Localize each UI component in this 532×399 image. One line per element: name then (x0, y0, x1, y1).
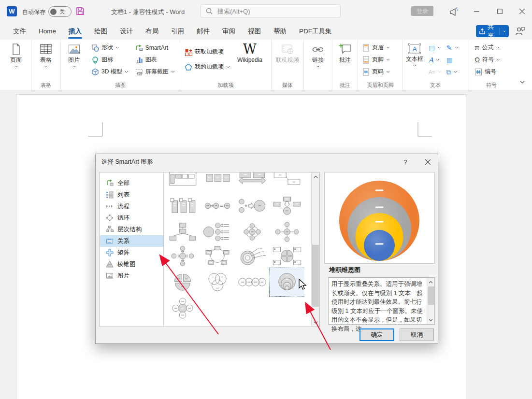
tab-布局[interactable]: 布局 (139, 23, 165, 40)
smartart-thumbnail-basic-venn[interactable] (202, 270, 233, 294)
chevron-down-icon (437, 46, 441, 49)
smartart-thumbnail-vertical-block-list[interactable] (167, 194, 198, 218)
category-全部[interactable]: 全部 (100, 177, 163, 189)
search-icon (206, 8, 213, 14)
smartart-thumbnail-equation[interactable] (202, 194, 233, 218)
smartart-thumbnail-diverging-radial[interactable] (272, 220, 302, 244)
smartart-thumbnail-counterbalance-arrows[interactable] (237, 194, 268, 218)
wordart-button[interactable]: A (427, 54, 443, 66)
scroll-down-button[interactable] (312, 318, 319, 327)
smartart-thumbnail-nondirectional-cycle[interactable] (202, 244, 233, 268)
category-循环[interactable]: 循环 (100, 212, 163, 224)
smartart-thumbnail-stacked-venn[interactable] (270, 268, 304, 296)
gallery-scrollbar[interactable] (311, 172, 319, 327)
scroll-down-button[interactable] (427, 316, 434, 324)
signature-line-button[interactable]: ✎ (445, 42, 460, 54)
scrollbar-thumb[interactable] (428, 286, 434, 305)
category-流程[interactable]: 流程 (100, 200, 163, 212)
shapes-button[interactable]: 形状 (90, 42, 130, 54)
page-number-button[interactable]: 页码 (361, 66, 391, 78)
symbol-button[interactable]: Ω符号 (473, 54, 502, 66)
get-addins-button[interactable]: 获取加载项 (183, 44, 231, 59)
scroll-up-button[interactable] (312, 172, 319, 181)
tab-审阅[interactable]: 审阅 (216, 23, 242, 40)
smartart-thumbnail-radial-cluster[interactable] (237, 244, 268, 268)
online-video-button: 联机视频 (274, 40, 301, 63)
header-button[interactable]: 页眉 (361, 42, 391, 54)
smartart-thumbnail-opposing-ideas[interactable] (272, 172, 302, 191)
tab-引用[interactable]: 引用 (165, 23, 190, 40)
category-矩阵[interactable]: 矩阵 (100, 247, 163, 258)
login-button[interactable]: 登录 (411, 6, 433, 16)
category-关系[interactable]: 关系 (100, 235, 163, 247)
picture-button[interactable]: 图片 (61, 40, 87, 68)
screenshot-button[interactable]: 屏幕截图 (134, 66, 176, 78)
group-label-addins: 加载项 (180, 81, 271, 90)
smartart-thumbnail-opposing-forces[interactable] (272, 244, 302, 268)
smartart-thumbnail-accent-block-list[interactable] (202, 172, 233, 191)
smartart-thumbnail-radial-venn[interactable] (167, 296, 198, 320)
category-棱锥图[interactable]: 棱锥图 (100, 258, 163, 270)
category-图片[interactable]: 图片 (100, 270, 163, 282)
smartart-thumbnail-organization-chart[interactable] (167, 220, 198, 244)
wikipedia-button[interactable]: W Wikipedia (232, 40, 267, 63)
smartart-thumbnail-radial-list[interactable] (202, 220, 233, 244)
cancel-button[interactable]: 取消 (400, 328, 434, 341)
tab-Home[interactable]: Home (32, 23, 62, 40)
preview-description-box: 用于显示重叠关系。适用于强调增长或渐变。仅在与级别 1 文本一起使用时才能达到最… (328, 277, 435, 325)
tab-插入[interactable]: 插入 (62, 23, 88, 40)
search-box[interactable] (201, 4, 341, 18)
tab-绘图[interactable]: 绘图 (88, 23, 114, 40)
collapse-ribbon-button[interactable] (516, 77, 529, 87)
dialog-title: 选择 SmartArt 图形 (101, 158, 153, 166)
tab-帮助[interactable]: 帮助 (267, 23, 293, 40)
ok-button[interactable]: 确定 (359, 328, 394, 341)
person-comment-icon[interactable] (515, 26, 526, 36)
category-列表[interactable]: 列表 (100, 189, 163, 200)
scroll-up-button[interactable] (427, 278, 434, 286)
tab-视图[interactable]: 视图 (242, 23, 267, 40)
category-label: 关系 (117, 237, 129, 245)
date-time-button[interactable]: ▦ (445, 54, 460, 66)
tab-设计[interactable]: 设计 (114, 23, 139, 40)
dialog-close-button[interactable] (420, 157, 435, 167)
tab-PDF工具集[interactable]: PDF工具集 (293, 23, 338, 40)
category-层次结构[interactable]: 层次结构 (100, 224, 163, 235)
numbering-button[interactable]: 编号 (473, 66, 502, 78)
scrollbar-thumb[interactable] (312, 245, 319, 307)
smartart-thumbnail-segmented-pie[interactable] (167, 270, 198, 294)
pages-button[interactable]: 页面 (3, 40, 29, 68)
feedback-megaphone-icon[interactable] (448, 6, 459, 17)
chart-button[interactable]: 图表 (134, 54, 176, 66)
share-button[interactable]: 共享 (476, 25, 509, 37)
object-button[interactable]: ⧉ (445, 66, 460, 78)
table-button[interactable]: 表格 (33, 40, 59, 68)
footer-button[interactable]: 页脚 (361, 54, 391, 66)
my-addins-button[interactable]: 我的加载项 (183, 59, 231, 74)
tab-文件[interactable]: 文件 (7, 23, 32, 40)
save-icon[interactable] (75, 6, 85, 16)
smartart-thumbnail-basic-radial[interactable] (237, 220, 268, 244)
comment-button[interactable]: 批注 (332, 40, 358, 63)
smartart-thumbnail-arrow-ribbon[interactable] (237, 172, 268, 191)
smartart-thumbnail-grouped-list[interactable] (167, 172, 198, 191)
maximize-button[interactable] (489, 0, 511, 23)
icons-button[interactable]: 图标 (90, 54, 130, 66)
tab-邮件[interactable]: 邮件 (190, 23, 216, 40)
description-scrollbar[interactable] (427, 278, 434, 324)
equation-button[interactable]: π公式 (473, 42, 502, 54)
textbox-button[interactable]: A 文本框 (403, 40, 426, 67)
link-button[interactable]: 链接 (305, 40, 331, 68)
close-button[interactable] (511, 0, 532, 23)
quick-parts-button[interactable]: ▤ (427, 42, 443, 54)
minimize-button[interactable] (465, 0, 488, 23)
smartart-thumbnail-converging-radial[interactable] (167, 244, 198, 268)
smartart-thumbnail-converging-text[interactable] (272, 194, 302, 218)
smartart-thumbnail-linear-venn[interactable] (237, 270, 268, 294)
search-input[interactable] (216, 7, 335, 15)
ribbon-tab-bar: 文件Home插入绘图设计布局引用邮件审阅视图帮助PDF工具集 (0, 23, 532, 40)
dialog-help-button[interactable]: ? (400, 157, 411, 167)
autosave-toggle[interactable]: 关 (48, 6, 72, 17)
3d-model-button[interactable]: 3D 模型 (90, 66, 130, 78)
smartart-button[interactable]: SmartArt (134, 42, 176, 54)
